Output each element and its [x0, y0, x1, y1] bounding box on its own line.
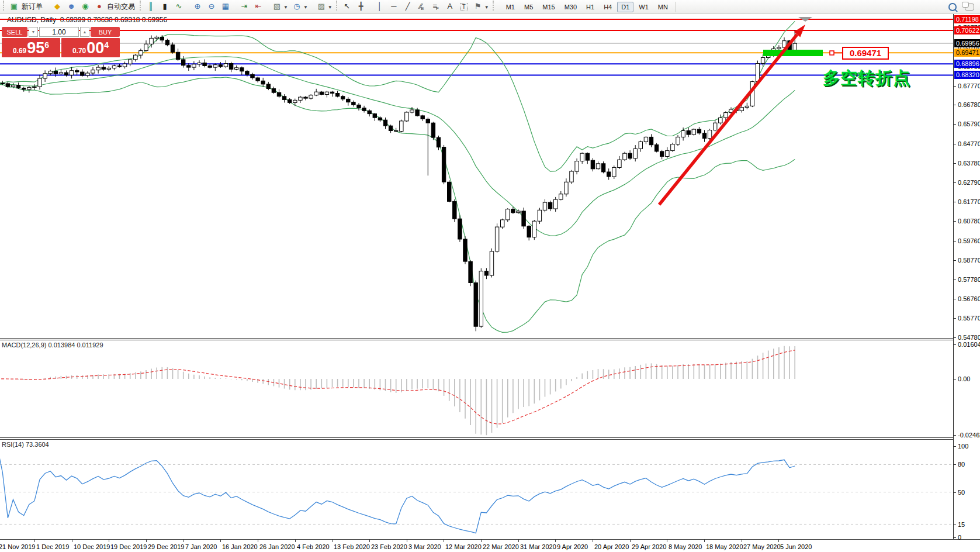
- fibonacci-button[interactable]: ≡F: [429, 0, 443, 13]
- candle-body: [586, 153, 589, 160]
- candlestick-chart-icon: ▮: [162, 1, 167, 12]
- autotrading-label[interactable]: 自动交易: [107, 2, 135, 11]
- tf-M30-button[interactable]: M30: [560, 2, 581, 12]
- volume-input[interactable]: [39, 27, 79, 37]
- search-icon[interactable]: [948, 3, 957, 11]
- bar-chart-button[interactable]: ║: [144, 0, 158, 13]
- candle-body: [570, 171, 573, 182]
- price-tag-0.70622: 0.70622: [954, 26, 980, 34]
- zoom-out-icon: ⊖: [209, 1, 215, 12]
- zoom-out-button[interactable]: ⊖: [205, 0, 219, 13]
- date-tick: [630, 539, 631, 542]
- new-order-label[interactable]: 新订单: [22, 2, 43, 11]
- tf-D1-button[interactable]: D1: [617, 2, 633, 12]
- templates-caret-icon[interactable]: ▼: [328, 5, 333, 10]
- candle-body: [182, 60, 185, 65]
- new-chart-caret-icon[interactable]: ▼: [283, 5, 288, 10]
- period-button[interactable]: ◷: [290, 0, 304, 13]
- zoom-in-button[interactable]: ⊕: [191, 0, 205, 13]
- price-axis[interactable]: 0.707700.697800.687600.677700.667800.657…: [953, 14, 980, 539]
- autotrading-button[interactable]: ●: [92, 0, 106, 13]
- publisher-button[interactable]: ☻: [64, 0, 78, 13]
- chart-title: AUDUSD, Daily 0.69399 0.70630 0.69318 0.…: [7, 16, 167, 24]
- vertical-line-button[interactable]: │: [373, 0, 387, 13]
- publisher-icon: ☻: [67, 1, 75, 12]
- tf-H4-button[interactable]: H4: [600, 2, 616, 12]
- candle-body: [208, 66, 212, 68]
- macd-pane-separator[interactable]: [0, 338, 980, 339]
- price-tick-label: 0.55770: [958, 315, 980, 322]
- text-button[interactable]: A: [443, 0, 457, 13]
- trendline-button[interactable]: ╱: [401, 0, 415, 13]
- bollinger-lower-band: [0, 77, 795, 332]
- scroll-marker-icon[interactable]: [798, 17, 812, 22]
- signals-button[interactable]: ◉: [78, 0, 92, 13]
- support-zone-bar[interactable]: [763, 50, 823, 56]
- arrows-button[interactable]: ⚑: [471, 0, 485, 13]
- trend-arrow-line[interactable]: [659, 34, 797, 205]
- volume-decrease-button[interactable]: ▼: [29, 27, 38, 37]
- toolbar-grip[interactable]: [140, 1, 141, 11]
- cursor-button[interactable]: ↖: [340, 0, 354, 13]
- crosshair-button[interactable]: ╋: [354, 0, 368, 13]
- buy-price[interactable]: 0.70 00 4: [61, 38, 120, 57]
- gold-button[interactable]: ◆: [50, 0, 64, 13]
- axis-tick: [954, 464, 956, 465]
- candle-body: [330, 92, 334, 93]
- price-tick-label: 0.59760: [958, 237, 980, 244]
- date-label: 16 Jan 2020: [222, 543, 258, 550]
- toolbar-grip[interactable]: [336, 1, 337, 11]
- horizontal-line-button[interactable]: ─: [387, 0, 401, 13]
- tf-MN-button[interactable]: MN: [654, 2, 672, 12]
- candlestick-chart-button[interactable]: ▮: [158, 0, 172, 13]
- candle-body: [362, 108, 366, 111]
- date-tick: [593, 539, 593, 542]
- toolbar-grip[interactable]: [3, 1, 4, 11]
- tf-M1-button[interactable]: M1: [502, 2, 519, 12]
- rsi-pane-separator[interactable]: [0, 437, 980, 438]
- chart-shift-button[interactable]: ⇤: [251, 0, 265, 13]
- tf-H1-button[interactable]: H1: [582, 2, 598, 12]
- line-chart-icon: ∿: [176, 1, 182, 12]
- new-chart-button[interactable]: ▧: [270, 0, 284, 13]
- auto-scroll-button[interactable]: ⇥: [237, 0, 251, 13]
- trendline-icon: ╱: [406, 1, 410, 12]
- templates-button[interactable]: ▨: [314, 0, 328, 13]
- candle-body: [165, 40, 169, 45]
- line-chart-button[interactable]: ∿: [172, 0, 186, 13]
- candle-body: [628, 153, 632, 158]
- buy-button[interactable]: BUY: [91, 27, 120, 37]
- text-label-button[interactable]: T: [457, 1, 471, 13]
- sell-price-pip: 6: [44, 40, 49, 50]
- crosshair-icon: ╋: [359, 1, 363, 12]
- timeframe-group: M1M5M15M30H1H4D1W1MN: [501, 2, 678, 12]
- period-caret-icon[interactable]: ▼: [303, 5, 308, 10]
- bar-chart-icon: ║: [148, 1, 153, 12]
- sell-button[interactable]: SELL: [2, 27, 27, 37]
- candle-body: [666, 151, 669, 157]
- macd-pane-separator-b: [0, 340, 980, 340]
- tf-M5-button[interactable]: M5: [520, 2, 537, 12]
- candle-body: [484, 271, 488, 275]
- price-tick-label: 0.57780: [958, 276, 980, 283]
- tf-M15-button[interactable]: M15: [538, 2, 559, 12]
- candle-body: [761, 58, 764, 64]
- tile-windows-button[interactable]: ▦: [219, 0, 233, 13]
- chat-icon[interactable]: [965, 4, 974, 11]
- volume-increase-button[interactable]: ▲: [80, 27, 89, 37]
- date-tick: [72, 539, 72, 542]
- toolbar-grip[interactable]: [493, 1, 494, 11]
- new-order-button[interactable]: ▣: [7, 0, 21, 13]
- text-label-icon: T: [460, 3, 468, 11]
- price-tag-0.68320: 0.68320: [954, 71, 980, 79]
- arrows-caret-icon[interactable]: ▼: [484, 5, 489, 10]
- tf-W1-button[interactable]: W1: [635, 2, 653, 12]
- sell-price[interactable]: 0.69 95 6: [2, 38, 60, 57]
- date-axis[interactable]: 21 Nov 20191 Dec 201910 Dec 201919 Dec 2…: [0, 539, 980, 552]
- candle-body: [27, 88, 31, 89]
- macd-tick-label: -0.024625: [958, 432, 980, 439]
- candle-body: [335, 94, 339, 96]
- candle-body: [490, 251, 493, 275]
- macd-name: MACD(12,26,9): [2, 341, 46, 349]
- equidistant-channel-button[interactable]: ∕∕E: [415, 0, 429, 13]
